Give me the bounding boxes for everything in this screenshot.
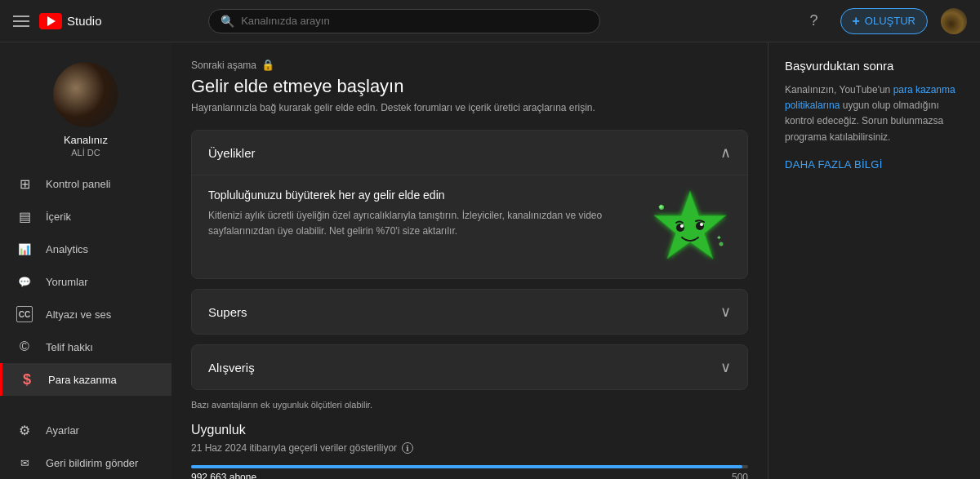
sidebar: Kanalınız ALİ DC ⊞ Kontrol paneli ▤ İçer… — [0, 42, 172, 479]
sidebar-item-analytics[interactable]: 📊 Analytics — [0, 233, 172, 265]
monetization-icon: $ — [19, 371, 35, 388]
subtitles-icon: CC — [16, 306, 33, 322]
header: Studio 🔍 ? + OLUŞTUR — [0, 0, 980, 42]
sidebar-label-dashboard: Kontrol paneli — [46, 178, 111, 190]
sidebar-label-analytics: Analytics — [46, 243, 88, 255]
comments-icon: 💬 — [16, 273, 33, 290]
sidebar-item-dashboard[interactable]: ⊞ Kontrol paneli — [0, 167, 172, 200]
progress-labels: 992.663 abone 500 — [191, 472, 748, 479]
breadcrumb: Sonraki aşama 🔒 — [191, 59, 748, 71]
sidebar-item-copyright[interactable]: © Telif hakkı — [0, 330, 172, 363]
channel-avatar-image — [53, 62, 118, 127]
progress-bar-background — [191, 465, 748, 468]
memberships-section: Üyelikler ∧ Topluluğunuzu büyüterek her … — [191, 130, 748, 279]
main-content: Sonraki aşama 🔒 Gelir elde etmeye başlay… — [172, 42, 768, 479]
svg-point-6 — [719, 242, 724, 246]
yt-icon — [39, 13, 62, 29]
sidebar-label-content: İçerik — [46, 211, 71, 223]
sidebar-label-subtitles: Altyazı ve ses — [46, 308, 111, 321]
help-button[interactable]: ? — [801, 8, 827, 34]
hamburger-menu[interactable] — [13, 16, 29, 27]
membership-headline: Topluluğunuzu büyüterek her ay gelir eld… — [208, 188, 649, 202]
channel-handle: ALİ DC — [71, 148, 100, 157]
help-icon: ? — [810, 12, 818, 29]
progress-label-target: 500 — [732, 472, 748, 479]
sidebar-item-content[interactable]: ▤ İçerik — [0, 200, 172, 233]
green-star-svg: ✦ ✦ — [649, 187, 731, 264]
sidebar-label-feedback: Geri bildirim gönder — [46, 457, 138, 469]
memberships-title: Üyelikler — [208, 146, 256, 160]
user-avatar[interactable] — [941, 8, 967, 34]
copyright-icon: © — [16, 339, 33, 355]
studio-text: Studio — [67, 14, 102, 28]
sidebar-item-monetization[interactable]: $ Para kazanma — [0, 363, 172, 396]
eligibility-title: Uygunluk — [191, 423, 748, 437]
channel-avatar[interactable] — [53, 62, 118, 127]
svg-text:✦: ✦ — [657, 202, 664, 211]
right-panel-title: Başvurduktan sonra — [785, 59, 964, 73]
membership-image: ✦ ✦ — [649, 188, 731, 262]
dashboard-icon: ⊞ — [16, 175, 33, 192]
search-input[interactable] — [241, 15, 588, 27]
right-panel-desc-text: Kanalınızın, YouTube'un — [785, 84, 890, 95]
channel-info: Kanalınız ALİ DC — [0, 49, 172, 167]
supers-header[interactable]: Supers ∨ — [192, 290, 747, 334]
header-right: ? + OLUŞTUR — [801, 8, 967, 34]
sidebar-item-subtitles[interactable]: CC Altyazı ve ses — [0, 298, 172, 330]
search-icon: 🔍 — [220, 15, 234, 28]
breadcrumb-text: Sonraki aşama — [191, 60, 256, 71]
main-layout: Kanalınız ALİ DC ⊞ Kontrol paneli ▤ İçer… — [0, 42, 980, 479]
svg-point-3 — [680, 224, 684, 228]
lock-icon: 🔒 — [261, 59, 274, 71]
eligibility-section: Uygunluk 21 Haz 2024 itibarıyla geçerli … — [191, 423, 748, 479]
youtube-studio-logo: Studio — [39, 13, 102, 29]
sidebar-bottom: ⚙ Ayarlar ✉ Geri bildirim gönder — [0, 414, 172, 479]
supers-chevron-icon: ∨ — [720, 303, 731, 321]
eligibility-date: 21 Haz 2024 itibarıyla geçerli veriler g… — [191, 442, 748, 454]
shopping-section: Alışveriş ∨ — [191, 344, 748, 390]
memberships-body: Topluluğunuzu büyüterek her ay gelir eld… — [192, 175, 747, 278]
content-icon: ▤ — [16, 208, 33, 224]
eligibility-date-text: 21 Haz 2024 itibarıyla geçerli veriler g… — [191, 442, 397, 454]
svg-text:✦: ✦ — [716, 234, 722, 242]
memberships-header[interactable]: Üyelikler ∧ — [192, 131, 747, 175]
progress-bar-container: 992.663 abone 500 — [191, 465, 748, 479]
create-button[interactable]: + OLUŞTUR — [840, 8, 928, 34]
supers-section: Supers ∨ — [191, 289, 748, 335]
right-panel-description: Kanalınızın, YouTube'un para kazanma pol… — [785, 82, 964, 145]
more-info-button[interactable]: DAHA FAZLA BİLGİ — [785, 158, 964, 171]
supers-title: Supers — [208, 305, 247, 319]
header-left: Studio — [13, 13, 102, 29]
svg-point-1 — [676, 224, 684, 232]
channel-name: Kanalınız — [64, 134, 108, 146]
sidebar-item-settings[interactable]: ⚙ Ayarlar — [0, 414, 172, 446]
sidebar-label-monetization: Para kazanma — [48, 374, 117, 386]
right-panel: Başvurduktan sonra Kanalınızın, YouTube'… — [768, 42, 980, 479]
yt-play-icon — [47, 16, 56, 26]
create-label: OLUŞTUR — [865, 15, 915, 27]
svg-point-2 — [696, 222, 704, 230]
sidebar-item-feedback[interactable]: ✉ Geri bildirim gönder — [0, 446, 172, 479]
page-title: Gelir elde etmeye başlayın — [191, 76, 748, 97]
feedback-icon: ✉ — [16, 455, 33, 471]
analytics-icon: 📊 — [16, 241, 33, 257]
create-plus-icon: + — [853, 14, 860, 29]
search-bar[interactable]: 🔍 — [208, 9, 600, 33]
sidebar-item-comments[interactable]: 💬 Yorumlar — [0, 265, 172, 298]
some-benefits-text: Bazı avantajların ek uygunluk ölçütleri … — [191, 400, 748, 410]
page-subtitle: Hayranlarınızla bağ kurarak gelir elde e… — [191, 102, 748, 113]
sidebar-label-copyright: Telif hakkı — [46, 341, 93, 353]
settings-icon: ⚙ — [16, 422, 33, 438]
eligibility-info-icon[interactable]: ℹ — [402, 442, 413, 454]
shopping-header[interactable]: Alışveriş ∨ — [192, 345, 747, 389]
progress-label-subscribers: 992.663 abone — [191, 472, 256, 479]
membership-content: Topluluğunuzu büyüterek her ay gelir eld… — [208, 175, 731, 262]
shopping-title: Alışveriş — [208, 361, 255, 375]
svg-point-4 — [700, 223, 703, 226]
avatar-image — [941, 8, 967, 34]
membership-description: Kitlenizi aylık ücretli üyeliğin özel ay… — [208, 208, 617, 239]
membership-text: Topluluğunuzu büyüterek her ay gelir eld… — [208, 188, 649, 239]
shopping-chevron-icon: ∨ — [720, 358, 731, 376]
progress-bar-fill — [191, 465, 742, 468]
sidebar-label-settings: Ayarlar — [46, 424, 79, 437]
